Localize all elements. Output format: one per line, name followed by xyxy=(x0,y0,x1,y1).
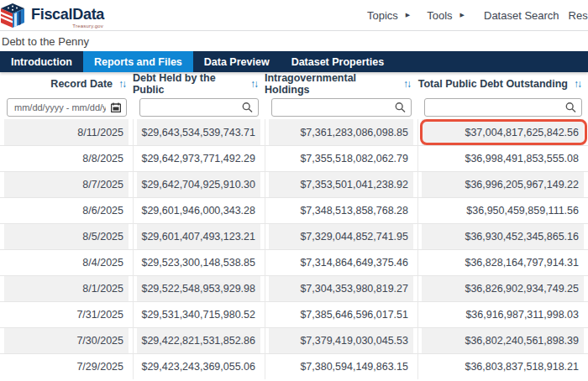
column-header-intragovernmental-holdings[interactable]: Intragovernmental Holdings↑↓ xyxy=(265,72,417,96)
cell-intragovernmental-holdings: $7,355,518,082,062.79 xyxy=(265,146,417,171)
nav-item-label: Dataset Search xyxy=(484,9,559,22)
cell-intragovernmental-holdings: $7,348,513,858,768.28 xyxy=(265,198,417,223)
nav-item-label: Topics xyxy=(367,9,398,22)
tab-data-preview[interactable]: Data Preview xyxy=(193,51,281,72)
data-table: Record Date↑↓Debt Held by the Public↑↓In… xyxy=(0,72,588,379)
cell-intragovernmental-holdings: $7,361,283,086,098.85 xyxy=(265,119,417,145)
cell-intragovernmental-holdings: $7,314,864,649,375.46 xyxy=(265,250,417,275)
top-nav: Topics▶Tools▶Dataset SearchRes xyxy=(367,0,588,30)
tab-reports-and-files[interactable]: Reports and Files xyxy=(83,51,193,72)
cell-total-public-debt-outstanding: $36,930,452,345,865.16 xyxy=(417,224,588,249)
table-row: 7/30/2025$29,422,821,531,852.86$7,379,41… xyxy=(0,327,588,353)
nav-item-label: Tools xyxy=(427,9,452,22)
cell-total-public-debt-outstanding: $36,802,240,561,898.39 xyxy=(417,328,588,353)
caret-right-icon: ▶ xyxy=(406,12,410,18)
sort-icon[interactable]: ↑↓ xyxy=(250,78,259,90)
tab-dataset-properties[interactable]: Dataset Properties xyxy=(281,51,395,72)
sort-icon[interactable]: ↑↓ xyxy=(118,78,127,90)
column-header-label: Record Date xyxy=(50,78,113,90)
cell-total-public-debt-outstanding: $37,004,817,625,842.56 xyxy=(417,119,588,145)
site-header: FiscalData Treasury.gov Topics▶Tools▶Dat… xyxy=(0,0,588,31)
cell-record-date: 8/11/2025 xyxy=(0,119,133,145)
cell-record-date: 8/6/2025 xyxy=(0,198,133,223)
intragovernmental-holdings-search-input[interactable] xyxy=(271,98,412,117)
cell-total-public-debt-outstanding: $36,916,987,311,998.03 xyxy=(417,302,588,327)
cell-total-public-debt-outstanding: $36,996,205,967,149.22 xyxy=(417,172,588,197)
page-title: Debt to the Penny xyxy=(2,35,89,48)
table-row: 8/6/2025$29,601,946,000,343.28$7,348,513… xyxy=(0,197,588,223)
nav-item-res[interactable]: Res xyxy=(569,9,588,22)
table-row: 8/5/2025$29,601,407,493,123.21$7,329,044… xyxy=(0,223,588,249)
table-header-row: Record Date↑↓Debt Held by the Public↑↓In… xyxy=(0,72,588,95)
cell-intragovernmental-holdings: $7,304,353,980,819.27 xyxy=(265,276,417,301)
cell-total-public-debt-outstanding: $36,828,164,797,914.31 xyxy=(417,250,588,275)
table-row: 7/29/2025$29,423,243,369,055.06$7,380,59… xyxy=(0,353,588,379)
cell-record-date: 8/8/2025 xyxy=(0,146,133,171)
cell-debt-held-by-the-public: $29,522,548,953,929.98 xyxy=(133,276,265,301)
cell-total-public-debt-outstanding: $36,803,837,518,918.21 xyxy=(417,354,588,379)
cell-record-date: 8/7/2025 xyxy=(0,172,133,197)
cell-intragovernmental-holdings: $7,353,501,041,238.92 xyxy=(265,172,417,197)
table-filter-row xyxy=(0,95,588,119)
sort-icon[interactable]: ↑↓ xyxy=(574,78,582,90)
cell-record-date: 7/31/2025 xyxy=(0,302,133,327)
table-row: 8/1/2025$29,522,548,953,929.98$7,304,353… xyxy=(0,275,588,301)
table-row: 8/8/2025$29,642,973,771,492.29$7,355,518… xyxy=(0,145,588,171)
logo-title: FiscalData xyxy=(31,6,104,23)
column-header-debt-held-by-the-public[interactable]: Debt Held by the Public↑↓ xyxy=(133,72,265,96)
cell-debt-held-by-the-public: $29,531,340,715,980.52 xyxy=(133,302,265,327)
cell-total-public-debt-outstanding: $36,826,902,934,749.25 xyxy=(417,276,588,301)
cell-debt-held-by-the-public: $29,601,946,000,343.28 xyxy=(133,198,265,223)
cell-debt-held-by-the-public: $29,523,300,148,538.85 xyxy=(133,250,265,275)
column-header-label: Total Public Debt Outstanding xyxy=(418,78,568,90)
cell-debt-held-by-the-public: $29,422,821,531,852.86 xyxy=(133,328,265,353)
cell-debt-held-by-the-public: $29,601,407,493,123.21 xyxy=(133,224,265,249)
cell-debt-held-by-the-public: $29,643,534,539,743.71 xyxy=(133,119,265,145)
cell-debt-held-by-the-public: $29,423,243,369,055.06 xyxy=(133,354,265,379)
table-row: 8/11/2025$29,643,534,539,743.71$7,361,28… xyxy=(0,119,588,145)
cell-record-date: 8/1/2025 xyxy=(0,276,133,301)
record-date-range-input[interactable] xyxy=(7,98,127,117)
cell-intragovernmental-holdings: $7,379,419,030,045.53 xyxy=(265,328,417,353)
caret-right-icon: ▶ xyxy=(460,12,465,18)
cell-intragovernmental-holdings: $7,329,044,852,741.95 xyxy=(265,224,417,249)
nav-item-tools[interactable]: Tools▶ xyxy=(427,9,465,22)
debt-held-public-search-input[interactable] xyxy=(139,98,259,117)
fiscaldata-flag-cube-icon xyxy=(0,3,27,31)
nav-item-topics[interactable]: Topics▶ xyxy=(367,9,410,22)
column-header-total-public-debt-outstanding[interactable]: Total Public Debt Outstanding↑↓ xyxy=(417,78,588,90)
tab-bar: IntroductionReports and FilesData Previe… xyxy=(0,51,588,72)
column-header-label: Debt Held by the Public xyxy=(133,72,244,96)
nav-item-label: Res xyxy=(569,9,588,22)
page-title-bar: Debt to the Penny xyxy=(0,31,588,51)
cell-debt-held-by-the-public: $29,642,704,925,910.30 xyxy=(133,172,265,197)
cell-total-public-debt-outstanding: $36,950,459,859,111.56 xyxy=(417,198,588,223)
sort-icon[interactable]: ↑↓ xyxy=(403,78,412,90)
cell-intragovernmental-holdings: $7,380,594,149,863.15 xyxy=(265,354,417,379)
table-row: 8/7/2025$29,642,704,925,910.30$7,353,501… xyxy=(0,171,588,197)
column-header-record-date[interactable]: Record Date↑↓ xyxy=(0,78,133,90)
fiscaldata-logo[interactable]: FiscalData Treasury.gov xyxy=(0,3,104,31)
table-row: 7/31/2025$29,531,340,715,980.52$7,385,64… xyxy=(0,301,588,327)
column-header-label: Intragovernmental Holdings xyxy=(265,72,397,96)
cell-record-date: 8/4/2025 xyxy=(0,250,133,275)
tab-introduction[interactable]: Introduction xyxy=(0,51,83,72)
cell-total-public-debt-outstanding: $36,998,491,853,555.08 xyxy=(417,146,588,171)
total-public-debt-search-input[interactable] xyxy=(424,98,582,117)
cell-debt-held-by-the-public: $29,642,973,771,492.29 xyxy=(133,146,265,171)
cell-record-date: 7/30/2025 xyxy=(0,328,133,353)
cell-record-date: 7/29/2025 xyxy=(0,354,133,379)
logo-subtitle: Treasury.gov xyxy=(72,23,103,29)
cell-record-date: 8/5/2025 xyxy=(0,224,133,249)
table-row: 8/4/2025$29,523,300,148,538.85$7,314,864… xyxy=(0,249,588,275)
nav-item-dataset-search[interactable]: Dataset Search xyxy=(484,9,559,22)
table-body: 8/11/2025$29,643,534,539,743.71$7,361,28… xyxy=(0,119,588,379)
cell-intragovernmental-holdings: $7,385,646,596,017.51 xyxy=(265,302,417,327)
